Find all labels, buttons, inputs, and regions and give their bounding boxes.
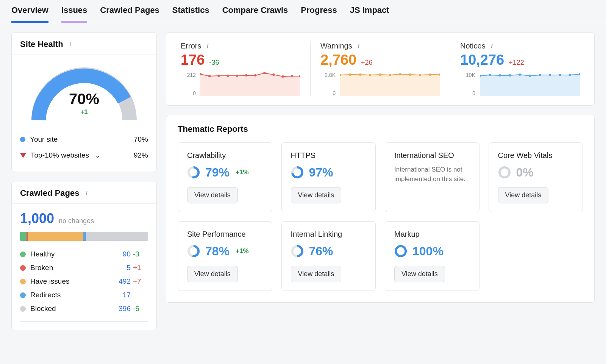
svg-point-30	[539, 74, 541, 76]
warnings-delta: +26	[361, 59, 373, 67]
crawled-nochange: no changes	[59, 217, 94, 225]
stat-notices[interactable]: Notices i 10,276 +122 10K 0	[450, 42, 590, 96]
row-healthy[interactable]: Healthy 90 -3	[20, 250, 148, 258]
dot-icon	[20, 306, 26, 312]
report-internal-linking: Internal Linking 76% View details	[281, 221, 376, 291]
svg-point-7	[254, 74, 257, 77]
view-details-button[interactable]: View details	[187, 187, 238, 203]
svg-point-10	[282, 75, 284, 78]
warnings-value: 2,760	[320, 52, 356, 68]
site-health-card: Site Health i 7	[11, 32, 157, 172]
svg-point-2	[208, 75, 211, 77]
thematic-reports-card: Thematic Reports Crawlability 79% +1% Vi…	[166, 115, 595, 303]
notices-delta: +122	[509, 59, 524, 67]
svg-point-22	[429, 73, 431, 76]
label-issues: Have issues	[30, 277, 110, 286]
report-markup-title: Markup	[394, 230, 470, 239]
crawlability-delta: +1%	[236, 169, 249, 176]
val-issues: 492	[110, 277, 131, 286]
delta-healthy: -3	[131, 250, 148, 258]
svg-point-8	[263, 72, 266, 74]
perf-delta: +1%	[236, 247, 249, 255]
tab-progress[interactable]: Progress	[301, 5, 337, 23]
errors-value: 176	[181, 52, 205, 68]
svg-point-16	[369, 74, 372, 76]
report-perf-title: Site Performance	[187, 230, 263, 239]
tab-js-impact[interactable]: JS Impact	[350, 5, 389, 23]
tab-crawled-pages[interactable]: Crawled Pages	[100, 5, 159, 23]
svg-point-15	[359, 73, 362, 76]
delta-issues: +7	[131, 277, 148, 286]
errors-axis-top: 212	[181, 72, 196, 78]
info-icon[interactable]: i	[489, 43, 495, 50]
row-issues[interactable]: Have issues 492 +7	[20, 277, 148, 286]
val-healthy: 90	[110, 250, 131, 258]
errors-delta: -36	[209, 59, 219, 67]
crawled-total[interactable]: 1,000	[20, 211, 54, 227]
svg-point-19	[399, 73, 401, 75]
errors-title: Errors	[181, 42, 201, 50]
triangle-down-icon	[20, 153, 26, 158]
legend-your-site: Your site 70%	[20, 131, 148, 147]
svg-point-6	[245, 74, 248, 77]
tab-issues[interactable]: Issues	[61, 5, 87, 23]
errors-sparkline	[200, 72, 300, 96]
crawled-pages-card: Crawled Pages i 1,000 no changes	[11, 181, 157, 330]
report-https-title: HTTPS	[291, 151, 367, 160]
notices-title: Notices	[460, 42, 486, 50]
svg-point-31	[549, 74, 551, 76]
view-details-button[interactable]: View details	[498, 187, 549, 203]
notices-axis-bot: 0	[460, 90, 475, 96]
dot-icon	[20, 292, 26, 298]
label-healthy: Healthy	[30, 250, 110, 258]
row-blocked[interactable]: Blocked 396 -5	[20, 305, 148, 313]
report-markup: Markup 100% View details	[385, 221, 479, 291]
svg-point-26	[499, 74, 501, 77]
notices-value: 10,276	[460, 52, 504, 68]
donut-icon	[498, 166, 511, 179]
dot-icon	[20, 137, 25, 142]
row-redirects[interactable]: Redirects 17	[20, 291, 148, 299]
report-cwv-title: Core Web Vitals	[498, 151, 574, 160]
svg-point-33	[569, 74, 571, 76]
svg-point-21	[419, 74, 422, 76]
legend-your-site-label: Your site	[30, 135, 58, 144]
donut-icon	[394, 245, 407, 258]
stat-warnings[interactable]: Warnings i 2,760 +26 2.8K 0	[310, 42, 450, 96]
stat-errors[interactable]: Errors i 176 -36 212 0	[171, 42, 310, 96]
crawled-pages-title: Crawled Pages	[20, 188, 80, 198]
view-details-button[interactable]: View details	[291, 187, 342, 203]
stats-card: Errors i 176 -36 212 0	[166, 32, 595, 106]
warnings-axis-bot: 0	[320, 90, 336, 96]
tab-compare-crawls[interactable]: Compare Crawls	[222, 5, 288, 23]
label-blocked: Blocked	[30, 305, 110, 313]
report-https: HTTPS 97% View details	[281, 142, 376, 212]
warnings-axis-top: 2.8K	[320, 72, 336, 78]
label-redirects: Redirects	[30, 291, 110, 299]
notices-sparkline	[480, 72, 580, 96]
svg-point-9	[272, 73, 275, 76]
bar-seg-redirects	[83, 232, 86, 241]
delta-broken: +1	[131, 264, 148, 272]
info-icon[interactable]: i	[67, 41, 74, 48]
site-health-gauge: 70% +1	[27, 63, 141, 128]
svg-point-44	[396, 246, 406, 256]
bar-seg-blocked	[86, 232, 148, 241]
legend-your-site-val: 70%	[134, 135, 148, 144]
row-broken[interactable]: Broken 5 +1	[20, 264, 148, 272]
legend-top10[interactable]: Top-10% websites ⌄ 92%	[20, 147, 148, 163]
tab-overview[interactable]: Overview	[11, 5, 48, 23]
site-health-pct: 70%	[27, 91, 141, 108]
info-icon[interactable]: i	[204, 43, 211, 50]
linking-pct: 76%	[309, 244, 333, 258]
info-icon[interactable]: i	[83, 190, 90, 197]
report-international-seo: International SEO International SEO is n…	[385, 142, 479, 212]
thematic-reports-title: Thematic Reports	[178, 124, 583, 134]
info-icon[interactable]: i	[355, 43, 362, 50]
view-details-button[interactable]: View details	[291, 266, 342, 282]
svg-point-3	[217, 75, 220, 77]
tab-statistics[interactable]: Statistics	[172, 5, 209, 23]
view-details-button[interactable]: View details	[187, 266, 238, 282]
view-details-button[interactable]: View details	[394, 266, 445, 282]
warnings-title: Warnings	[320, 42, 352, 50]
